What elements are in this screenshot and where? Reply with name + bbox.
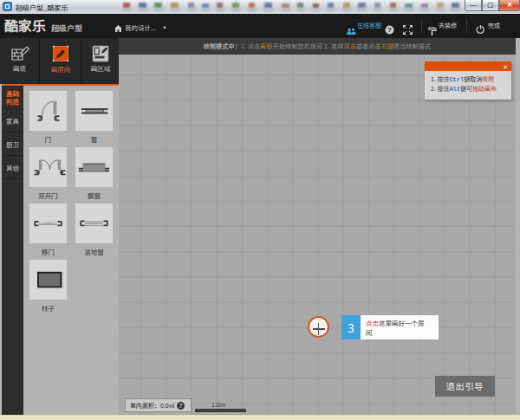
svg-text:?: ? xyxy=(387,26,392,34)
